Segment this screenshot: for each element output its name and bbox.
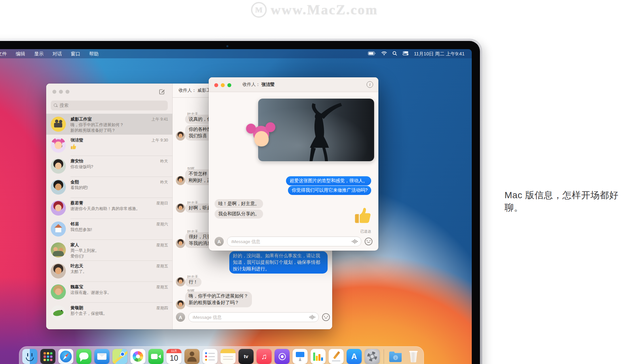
minimize-button[interactable]	[221, 83, 225, 87]
dock-item-finder[interactable]	[22, 349, 37, 364]
minimize-button[interactable]	[59, 90, 63, 94]
window-controls	[52, 89, 69, 95]
dock-item-reminders[interactable]	[202, 349, 218, 364]
dock-item-downloads[interactable]	[388, 349, 403, 364]
conversation-time: 昨天	[160, 180, 168, 185]
conversation-name: 唐安怡	[70, 158, 83, 164]
avatar	[176, 131, 185, 141]
menu-clock[interactable]: 11月10日 周二 上午9:41	[414, 51, 465, 57]
memoji-sticker[interactable]	[245, 122, 278, 155]
compose-titlebar[interactable]: 收件人： 张洁莹 i	[209, 77, 378, 92]
dock-item-contacts[interactable]	[184, 349, 200, 364]
zoom-button[interactable]	[66, 90, 69, 94]
avatar	[51, 159, 66, 174]
dock-item-system-preferences[interactable]	[365, 349, 380, 364]
search-icon[interactable]	[392, 51, 397, 57]
dock-item-keynote[interactable]	[293, 349, 308, 364]
imessage-input[interactable]	[189, 315, 318, 320]
new-message-icon[interactable]	[159, 88, 165, 95]
control-center-icon[interactable]	[403, 51, 409, 56]
thumbs-up-sticker	[354, 205, 372, 225]
sent-message-bubble: 你觉得我们可以用它来做推广活动吗?	[288, 186, 371, 195]
conversation-time: 上午 9:41	[151, 117, 168, 122]
avatar	[51, 180, 66, 195]
conversation-preview: 嗨，你手中的工作进展如何？ 新的粗剪版准备好了吗？	[70, 122, 168, 133]
app-store-icon[interactable]	[176, 313, 185, 322]
dock-item-maps[interactable]	[112, 349, 127, 364]
conversation-row[interactable]: 唐安怡 昨天 你在做饭吗?	[46, 156, 172, 177]
dock-item-numbers[interactable]	[311, 349, 326, 364]
audio-waveform-icon[interactable]	[352, 239, 358, 244]
close-button[interactable]	[52, 90, 56, 94]
dock-item-mail[interactable]	[94, 349, 109, 364]
dock-item-launchpad[interactable]	[40, 349, 55, 364]
dock-item-photos[interactable]	[130, 349, 145, 364]
emoji-picker-icon[interactable]	[322, 313, 330, 321]
battery-icon[interactable]	[368, 51, 376, 56]
menu-conversation[interactable]: 对话	[52, 51, 62, 57]
memoji-mouth	[57, 147, 59, 148]
dock-item-podcasts[interactable]	[275, 349, 290, 364]
memoji-face	[245, 122, 278, 155]
info-icon[interactable]: i	[367, 81, 373, 88]
avatar-memoji	[51, 138, 66, 153]
conversation-time: 星期六	[156, 221, 168, 227]
watermark-text: www.MacZ.com	[271, 2, 378, 18]
conversation-row[interactable]: 家人 星期五 周一早上到家。 爱你们!	[46, 239, 172, 260]
wifi-icon[interactable]	[381, 51, 387, 56]
imessage-field[interactable]	[227, 237, 361, 246]
dock: 11月 10 tv A	[19, 346, 424, 364]
conversation-row[interactable]: 蔡若菁 星期日 谢谢你今天鼎力相助！真的非常感激。	[46, 198, 172, 219]
recipient-field[interactable]: 收件人： 张洁莹	[242, 82, 275, 87]
compose-window: 收件人： 张洁莹 i	[209, 77, 378, 251]
conversation-preview: 看我的吧!	[70, 185, 168, 191]
menu-file[interactable]: 文件	[0, 51, 7, 57]
sent-message-bubble: 好的，没问题。如果有什么事发生，请让我知道，我可以提前制订个规划，确保事情都按计…	[229, 251, 328, 274]
emoji-picker-icon[interactable]	[365, 238, 372, 245]
conversation-row[interactable]: 金熙 昨天 看我的吧!	[46, 177, 172, 198]
conversation-name: 叶志天	[70, 263, 83, 269]
dock-item-safari[interactable]	[58, 349, 73, 364]
conversation-name: 黄颂朗	[70, 305, 83, 311]
conversation-row[interactable]: 威影工作室 上午 9:41 嗨，你手中的工作进展如何？ 新的粗剪版准备好了吗？	[46, 114, 172, 135]
conversation-preview: 谢谢你今天鼎力相助！真的非常感激。	[70, 206, 168, 212]
search-input[interactable]: 搜索	[51, 101, 168, 110]
search-placeholder: 搜索	[60, 103, 68, 108]
dock-item-tv[interactable]: tv	[238, 349, 254, 364]
conversation-preview: 你在做饭吗?	[70, 164, 168, 170]
memoji-glasses	[55, 144, 59, 148]
dock-item-music[interactable]	[257, 349, 272, 364]
menu-edit[interactable]: 编辑	[16, 51, 25, 57]
conversation-preview: 我也想参加!	[70, 227, 168, 233]
dock-item-appstore[interactable]: A	[347, 349, 362, 364]
dock-item-notes[interactable]	[220, 349, 236, 364]
conversation-row[interactable]: 张洁莹 上午 9:30	[46, 135, 172, 156]
conversation-row[interactable]: 魏嘉宝 星期五 这很有趣。谢谢分享。	[46, 281, 172, 302]
dock-item-messages[interactable]	[76, 349, 91, 364]
conversation-name: 魏嘉宝	[70, 284, 83, 290]
imessage-input[interactable]	[227, 239, 361, 244]
dock-item-pages[interactable]	[329, 349, 344, 364]
dock-item-calendar[interactable]: 11月 10	[166, 349, 181, 364]
menu-help[interactable]: 帮助	[89, 51, 99, 57]
imessage-field[interactable]	[188, 312, 319, 322]
avatar-family	[51, 242, 66, 258]
app-store-icon[interactable]	[215, 237, 224, 246]
close-button[interactable]	[214, 83, 218, 87]
watermark: M www.MacZ.com	[251, 2, 378, 18]
conversation-row[interactable]: 邻居 星期六 我也想参加!	[46, 219, 172, 239]
menu-window[interactable]: 窗口	[71, 51, 80, 57]
conversation-preview: 那个盒子，保密哦。	[70, 311, 168, 316]
menu-view[interactable]: 显示	[34, 51, 44, 57]
zoom-button[interactable]	[227, 83, 231, 87]
conversation-row[interactable]: 叶志天 星期五 太酷了。	[46, 260, 172, 281]
macz-logo-icon: M	[251, 2, 267, 18]
thumbs-up-icon	[70, 144, 76, 150]
message-bubble: 嗨，你手中的工作进展如何？ 新的粗剪版准备好了吗？	[185, 292, 252, 307]
conversation-name: 威影工作室	[70, 116, 92, 122]
conversation-row[interactable]: 黄颂朗 星期四 那个盒子，保密哦。	[46, 302, 172, 323]
audio-waveform-icon[interactable]	[309, 315, 315, 319]
conversation-time: 星期日	[156, 201, 168, 206]
dock-item-trash[interactable]	[406, 349, 421, 364]
dock-item-facetime[interactable]	[148, 349, 163, 364]
